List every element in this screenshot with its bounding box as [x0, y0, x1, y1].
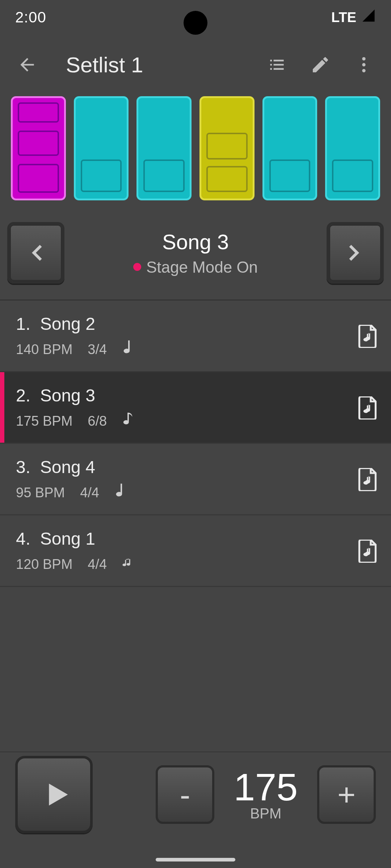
- next-song-button[interactable]: [327, 222, 384, 284]
- song-time-signature: 6/8: [88, 413, 107, 429]
- signal-icon: [361, 8, 376, 26]
- stage-mode-dot-icon: [133, 263, 141, 271]
- playback-controls: - 175 BPM +: [0, 752, 391, 846]
- svg-point-2: [362, 69, 365, 72]
- song-list: 1. Song 2140 BPM3/42. Song 3175 BPM6/83.…: [0, 299, 391, 752]
- song-index: 3.: [16, 458, 30, 477]
- prev-song-button[interactable]: [7, 222, 64, 284]
- camera-cutout: [184, 11, 207, 35]
- network-label: LTE: [331, 10, 356, 25]
- more-button[interactable]: [348, 48, 380, 81]
- song-index: 1.: [16, 314, 30, 333]
- note-icon: [122, 410, 134, 432]
- edit-button[interactable]: [304, 48, 337, 81]
- song-index: 4.: [16, 529, 30, 548]
- song-bpm: 95 BPM: [16, 485, 65, 501]
- song-row[interactable]: 3. Song 495 BPM4/4: [0, 444, 391, 515]
- tempo-value: 175: [222, 768, 309, 806]
- song-name: Song 1: [40, 529, 95, 548]
- song-bpm: 140 BPM: [16, 342, 72, 357]
- song-time-signature: 4/4: [80, 485, 99, 501]
- tempo-increase-button[interactable]: +: [317, 765, 376, 824]
- song-time-signature: 3/4: [88, 342, 107, 357]
- tempo-decrease-button[interactable]: -: [156, 765, 214, 824]
- song-bpm: 175 BPM: [16, 413, 72, 429]
- play-button[interactable]: [15, 756, 93, 833]
- app-bar: Setlist 1: [0, 35, 391, 95]
- song-bpm: 120 BPM: [16, 557, 72, 572]
- status-time: 2:00: [15, 9, 46, 26]
- song-name: Song 3: [40, 386, 95, 405]
- back-button[interactable]: [11, 48, 43, 81]
- setlist-thumbnail[interactable]: [262, 96, 318, 200]
- svg-point-0: [362, 57, 365, 60]
- list-view-button[interactable]: [261, 48, 293, 81]
- gesture-bar: [156, 858, 235, 861]
- setlist-thumbnail[interactable]: [325, 96, 380, 200]
- song-file-icon[interactable]: [358, 325, 377, 349]
- setlist-thumbnail[interactable]: [136, 96, 192, 200]
- song-file-icon[interactable]: [358, 540, 377, 564]
- setlist-thumbnail[interactable]: [74, 96, 129, 200]
- song-file-icon[interactable]: [358, 396, 377, 421]
- song-row[interactable]: 4. Song 1120 BPM4/4: [0, 515, 391, 587]
- stage-mode-label: Stage Mode On: [146, 258, 258, 276]
- song-row[interactable]: 2. Song 3175 BPM6/8: [0, 372, 391, 444]
- setlist-thumbnail[interactable]: [199, 96, 255, 200]
- current-song-title: Song 3: [64, 230, 327, 254]
- song-file-icon[interactable]: [358, 468, 377, 493]
- song-name: Song 2: [40, 314, 95, 333]
- setlist-thumbnails: [0, 95, 391, 204]
- note-icon: [122, 554, 134, 575]
- song-index: 2.: [16, 386, 30, 405]
- tempo-display[interactable]: 175 BPM: [222, 768, 309, 822]
- page-title: Setlist 1: [54, 52, 250, 77]
- stage-mode-indicator: Stage Mode On: [64, 258, 327, 276]
- song-row[interactable]: 1. Song 2140 BPM3/4: [0, 301, 391, 372]
- now-playing-bar: Song 3 Stage Mode On: [0, 204, 391, 299]
- note-icon: [122, 339, 134, 360]
- song-time-signature: 4/4: [88, 557, 107, 572]
- svg-point-1: [362, 63, 365, 66]
- setlist-thumbnail[interactable]: [11, 96, 66, 200]
- song-name: Song 4: [40, 458, 95, 477]
- note-icon: [114, 482, 127, 503]
